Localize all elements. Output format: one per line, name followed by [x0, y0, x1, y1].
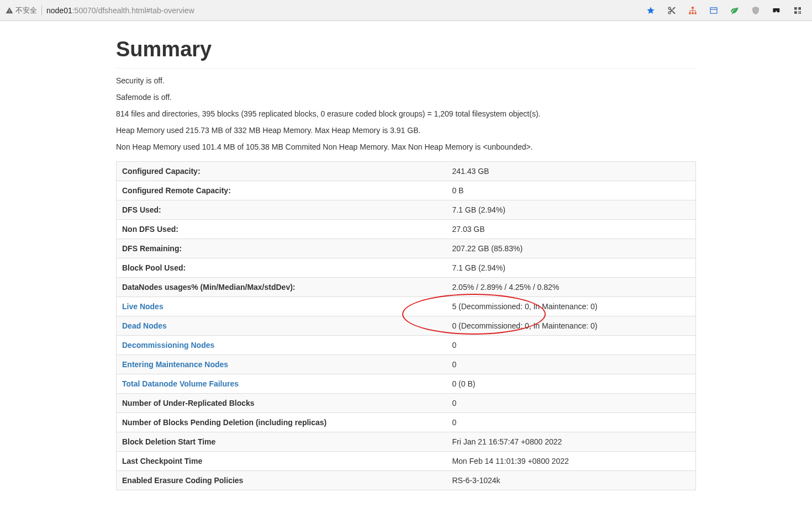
svg-rect-12 [800, 11, 801, 12]
row-label: Number of Blocks Pending Deletion (inclu… [117, 413, 447, 432]
safemode-status: Safemode is off. [116, 93, 696, 102]
svg-rect-10 [800, 13, 801, 14]
insecure-badge[interactable]: 不安全 [6, 6, 37, 15]
svg-rect-8 [794, 11, 797, 14]
svg-rect-1 [689, 12, 690, 14]
row-value: 0 [446, 394, 695, 413]
warning-icon [6, 7, 13, 14]
row-label: DFS Remaining: [117, 239, 447, 258]
sitemap-icon[interactable] [688, 6, 697, 15]
table-row: Live Nodes5 (Decommissioned: 0, In Maint… [117, 297, 696, 316]
table-row: Configured Remote Capacity:0 B [117, 181, 696, 200]
row-label: Entering Maintenance Nodes [117, 355, 447, 374]
row-value: 5 (Decommissioned: 0, In Maintenance: 0) [446, 297, 695, 316]
url-rest: :50070/dfshealth.html#tab-overview [72, 6, 194, 15]
star-icon[interactable] [646, 6, 655, 15]
table-row: Dead Nodes0 (Decommissioned: 0, In Maint… [117, 316, 696, 336]
row-label: Last Checkpoint Time [117, 452, 447, 471]
row-label: Total Datanode Volume Failures [117, 374, 447, 394]
row-label: Live Nodes [117, 297, 447, 316]
row-link[interactable]: Total Datanode Volume Failures [122, 379, 239, 388]
table-row: Block Pool Used:7.1 GB (2.94%) [117, 258, 696, 278]
browser-address-bar: 不安全 node01:50070/dfshealth.html#tab-over… [0, 0, 812, 21]
row-label: Non DFS Used: [117, 220, 447, 239]
row-value: 0 [446, 355, 695, 374]
vr-icon[interactable] [772, 6, 781, 15]
table-row: Enabled Erasure Coding PoliciesRS-6-3-10… [117, 471, 696, 490]
table-row: Entering Maintenance Nodes0 [117, 355, 696, 374]
row-value: 241.43 GB [446, 162, 695, 181]
url-host: node01 [46, 6, 72, 15]
row-value: 0 [446, 336, 695, 355]
page-title: Summary [116, 38, 696, 68]
svg-rect-3 [694, 12, 696, 14]
row-label: Block Pool Used: [117, 258, 447, 278]
row-label: Dead Nodes [117, 316, 447, 336]
row-label: Block Deletion Start Time [117, 432, 447, 452]
leaf-icon[interactable] [730, 6, 739, 15]
row-value: Mon Feb 14 11:01:39 +0800 2022 [446, 452, 695, 471]
qr-icon[interactable] [793, 6, 802, 15]
row-label: Configured Capacity: [117, 162, 447, 181]
svg-rect-4 [710, 7, 717, 13]
table-row: Decommissioning Nodes0 [117, 336, 696, 355]
table-row: Number of Under-Replicated Blocks0 [117, 394, 696, 413]
url-divider [41, 6, 42, 15]
table-row: Configured Capacity:241.43 GB [117, 162, 696, 181]
table-row: Block Deletion Start TimeFri Jan 21 16:5… [117, 432, 696, 452]
url-text[interactable]: node01:50070/dfshealth.html#tab-overview [46, 6, 642, 15]
row-label: Enabled Erasure Coding Policies [117, 471, 447, 490]
table-row: Total Datanode Volume Failures0 (0 B) [117, 374, 696, 394]
row-value: Fri Jan 21 16:57:47 +0800 2022 [446, 432, 695, 452]
row-value: 0 B [446, 181, 695, 200]
summary-table: Configured Capacity:241.43 GBConfigured … [116, 161, 696, 490]
table-row: DataNodes usages% (Min/Median/Max/stdDev… [117, 278, 696, 297]
row-link[interactable]: Live Nodes [122, 302, 164, 311]
row-label: Decommissioning Nodes [117, 336, 447, 355]
scissors-icon[interactable] [667, 6, 676, 15]
row-link[interactable]: Decommissioning Nodes [122, 341, 214, 350]
row-value: 7.1 GB (2.94%) [446, 258, 695, 278]
files-summary: 814 files and directories, 395 blocks (3… [116, 109, 696, 118]
row-value: 2.05% / 2.89% / 4.25% / 0.82% [446, 278, 695, 297]
row-value: 0 [446, 413, 695, 432]
row-link[interactable]: Dead Nodes [122, 321, 167, 330]
table-row: Number of Blocks Pending Deletion (inclu… [117, 413, 696, 432]
nonheap-summary: Non Heap Memory used 101.4 MB of 105.38 … [116, 142, 696, 151]
heap-summary: Heap Memory used 215.73 MB of 332 MB Hea… [116, 126, 696, 135]
svg-rect-9 [798, 11, 799, 12]
table-row: DFS Remaining:207.22 GB (85.83%) [117, 239, 696, 258]
row-value: 207.22 GB (85.83%) [446, 239, 695, 258]
row-label: Number of Under-Replicated Blocks [117, 394, 447, 413]
security-status: Security is off. [116, 76, 696, 85]
row-label: DataNodes usages% (Min/Median/Max/stdDev… [117, 278, 447, 297]
row-link[interactable]: Entering Maintenance Nodes [122, 360, 228, 369]
table-row: DFS Used:7.1 GB (2.94%) [117, 200, 696, 220]
table-row: Last Checkpoint TimeMon Feb 14 11:01:39 … [117, 452, 696, 471]
row-value: 27.03 GB [446, 220, 695, 239]
row-label: Configured Remote Capacity: [117, 181, 447, 200]
row-value: 0 (0 B) [446, 374, 695, 394]
main-content: Summary Security is off. Safemode is off… [105, 21, 707, 507]
shield-icon[interactable] [751, 6, 760, 15]
svg-rect-0 [692, 7, 694, 8]
svg-rect-11 [798, 13, 799, 14]
svg-rect-2 [692, 12, 693, 14]
row-label: DFS Used: [117, 200, 447, 220]
browser-extension-icons [646, 6, 806, 15]
insecure-label: 不安全 [15, 6, 37, 15]
table-row: Non DFS Used:27.03 GB [117, 220, 696, 239]
svg-rect-6 [794, 7, 797, 10]
row-value: 7.1 GB (2.94%) [446, 200, 695, 220]
row-value: RS-6-3-1024k [446, 471, 695, 490]
svg-rect-7 [798, 7, 801, 10]
panel-icon[interactable] [709, 6, 718, 15]
row-value: 0 (Decommissioned: 0, In Maintenance: 0) [446, 316, 695, 336]
